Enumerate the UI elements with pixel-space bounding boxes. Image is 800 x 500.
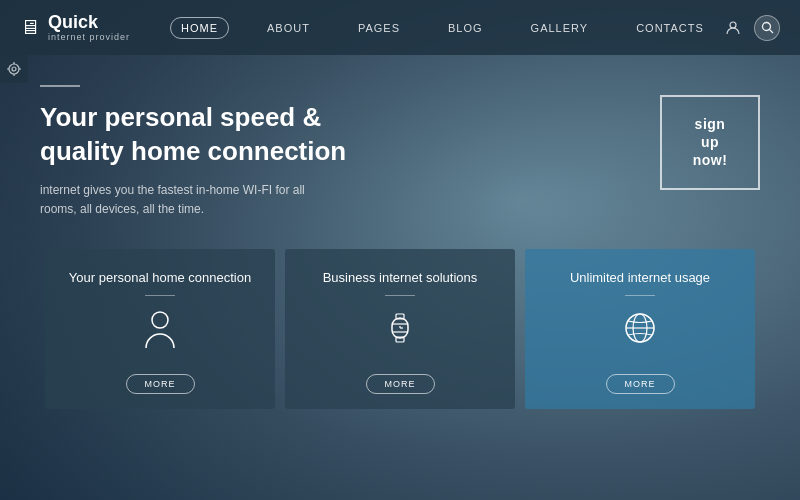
svg-point-1 — [762, 23, 770, 31]
card-home-connection: Your personal home connection MORE — [45, 249, 275, 409]
card-2-more-button[interactable]: MORE — [366, 374, 435, 394]
search-icon[interactable] — [754, 15, 780, 41]
logo-icon: 🖥 — [20, 16, 40, 39]
cards-section: Your personal home connection MORE Busin… — [0, 249, 800, 409]
hero-title: Your personal speed &quality home connec… — [40, 101, 620, 169]
signup-button[interactable]: sign upnow! — [660, 95, 760, 190]
svg-point-9 — [152, 312, 168, 328]
card-2-divider — [385, 295, 415, 296]
card-3-divider — [625, 295, 655, 296]
navbar: 🖥 Quick internet provider HOME ABOUT PAG… — [0, 0, 800, 55]
globe-icon — [622, 310, 658, 351]
hero-left: Your personal speed &quality home connec… — [40, 85, 620, 219]
svg-line-2 — [769, 30, 773, 34]
person-icon — [142, 310, 178, 355]
card-1-more-button[interactable]: MORE — [126, 374, 195, 394]
card-business-internet: Business internet solutions MORE — [285, 249, 515, 409]
card-3-more-button[interactable]: MORE — [606, 374, 675, 394]
nav-icons — [720, 15, 780, 41]
logo-text: Quick internet provider — [48, 13, 130, 43]
card-1-title: Your personal home connection — [69, 269, 251, 287]
nav-item-about[interactable]: ABOUT — [257, 18, 320, 38]
svg-point-0 — [730, 22, 736, 28]
nav-item-contacts[interactable]: CONTACTS — [626, 18, 714, 38]
hero-right: sign upnow! — [660, 95, 760, 190]
svg-point-3 — [9, 64, 19, 74]
svg-point-4 — [12, 67, 16, 71]
logo: 🖥 Quick internet provider — [20, 13, 140, 43]
logo-title: Quick — [48, 13, 130, 33]
nav-item-blog[interactable]: BLOG — [438, 18, 493, 38]
card-3-title: Unlimited internet usage — [570, 269, 710, 287]
card-2-title: Business internet solutions — [323, 269, 478, 287]
nav-item-pages[interactable]: PAGES — [348, 18, 410, 38]
hero-divider — [40, 85, 80, 87]
user-icon[interactable] — [720, 15, 746, 41]
nav-item-home[interactable]: HOME — [170, 17, 229, 39]
hero-description: internet gives you the fastest in-home W… — [40, 181, 320, 219]
card-unlimited-internet: Unlimited internet usage MORE — [525, 249, 755, 409]
logo-subtitle: internet provider — [48, 32, 130, 42]
hero-content: Your personal speed &quality home connec… — [0, 55, 800, 239]
nav-item-gallery[interactable]: GALLERY — [521, 18, 599, 38]
card-1-divider — [145, 295, 175, 296]
sidebar-button[interactable] — [0, 55, 28, 83]
nav-links: HOME ABOUT PAGES BLOG GALLERY CONTACTS — [170, 17, 720, 39]
watch-icon — [382, 310, 418, 355]
